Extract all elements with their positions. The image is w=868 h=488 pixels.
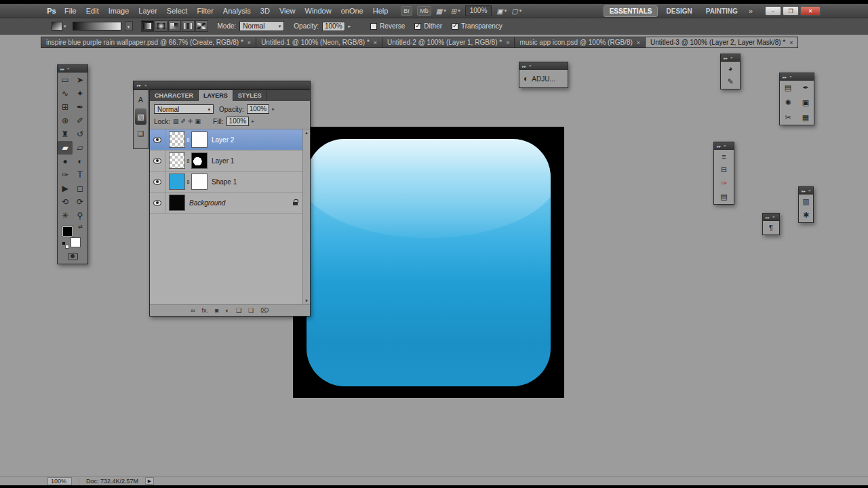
opacity-spinner[interactable]: ▸ xyxy=(349,24,351,29)
option-checkbox[interactable]: Reverse xyxy=(370,22,405,30)
layers-panel-group-header[interactable]: ▸▸ × xyxy=(133,81,311,89)
dock-header[interactable]: ▸▸ × xyxy=(799,187,813,195)
tab-close-icon[interactable]: × xyxy=(506,39,509,46)
menu-item[interactable]: File xyxy=(60,4,81,18)
adjustments-panel-button[interactable]: ◐ ADJU... xyxy=(519,70,568,87)
dock-header[interactable]: ▸▸ × xyxy=(721,54,740,62)
actions-panel-icon[interactable]: ⊟ xyxy=(721,165,727,174)
arrange-documents-button[interactable]: ▣ ▾ xyxy=(496,7,507,15)
workspace-overflow-icon[interactable]: » xyxy=(749,7,753,15)
workspace-button[interactable]: ESSENTIALS xyxy=(604,5,658,17)
mode-select[interactable]: Normal ▾ xyxy=(239,21,284,31)
close-panel-icon[interactable]: × xyxy=(144,83,147,87)
document-tab[interactable]: Untitled-2 @ 100% (Layer 1, RGB/8) * × xyxy=(382,37,515,48)
tab-close-icon[interactable]: × xyxy=(789,39,793,46)
new-layer-icon[interactable]: ❏ xyxy=(248,307,254,314)
background-color-swatch[interactable] xyxy=(71,237,81,247)
dock-header[interactable]: ▸▸ × xyxy=(714,142,734,150)
close-panel-icon[interactable]: × xyxy=(724,144,726,148)
menu-item[interactable]: Filter xyxy=(192,4,218,18)
menu-item[interactable]: onOne xyxy=(336,4,368,18)
document-canvas[interactable] xyxy=(293,127,564,398)
menu-item[interactable]: Help xyxy=(368,4,393,18)
view-extras-button[interactable]: ▦ ▾ xyxy=(436,7,446,15)
workspace-button[interactable]: PAINTING xyxy=(701,6,743,16)
diamond-gradient-button[interactable] xyxy=(195,20,208,32)
notes-panel-icon[interactable]: ▥ xyxy=(802,197,809,206)
link-layers-icon[interactable]: ∞ xyxy=(191,307,195,314)
paragraph-panel-icon[interactable]: ¶ xyxy=(769,224,773,232)
character-panel-icon[interactable]: A xyxy=(135,94,146,105)
status-zoom-input[interactable]: 100% xyxy=(47,477,72,485)
layer-row[interactable]: 8 Background xyxy=(150,192,302,214)
layer-mask-thumbnail[interactable] xyxy=(191,152,208,169)
mini-bridge-button[interactable]: Mb xyxy=(417,6,431,16)
type-tool[interactable]: T xyxy=(73,168,87,182)
dock-header[interactable]: ▸▸ × xyxy=(780,73,814,81)
layer-mask-thumbnail[interactable] xyxy=(191,174,208,190)
hand-tool[interactable]: ✳ xyxy=(58,209,73,222)
new-group-icon[interactable]: ❑ xyxy=(236,307,241,314)
radial-gradient-button[interactable] xyxy=(155,20,167,32)
lock-all-icon[interactable]: ▣ xyxy=(195,118,201,125)
checkbox-icon[interactable] xyxy=(370,23,377,30)
close-panel-icon[interactable]: × xyxy=(808,188,811,192)
layer-opacity-spinner[interactable]: ▸ xyxy=(272,106,275,112)
layer-visibility-toggle[interactable] xyxy=(150,129,165,150)
linear-gradient-button[interactable] xyxy=(141,20,154,32)
pen-tool[interactable]: ✑ xyxy=(58,168,73,182)
close-panel-icon[interactable]: × xyxy=(730,56,733,60)
zoom-level[interactable]: 100% xyxy=(465,5,492,16)
close-panel-icon[interactable]: × xyxy=(772,215,775,219)
lock-pixels-icon[interactable]: ✐ xyxy=(180,118,186,125)
opacity-input[interactable]: 100% xyxy=(322,22,345,31)
collapse-panel-icon[interactable]: ▸▸ xyxy=(60,66,64,71)
layer-visibility-toggle[interactable] xyxy=(150,150,165,171)
layer-visibility-toggle[interactable] xyxy=(150,192,165,213)
quick-selection-tool[interactable]: ✦ xyxy=(73,87,87,100)
blend-mode-select[interactable]: Normal ▾ xyxy=(154,104,214,114)
layer-opacity-input[interactable]: 100% xyxy=(247,104,270,114)
panel-tab[interactable]: LAYERS xyxy=(199,90,233,101)
bridge-button[interactable]: Br xyxy=(401,6,412,16)
layer-visibility-toggle[interactable] xyxy=(150,171,165,192)
adjustments-panel-header[interactable]: ▸▸ × xyxy=(519,62,568,70)
styles-panel-icon[interactable]: ❏ xyxy=(135,128,146,140)
history-brush-tool[interactable]: ↺ xyxy=(73,127,87,141)
layer-comps-panel-icon[interactable]: ▤ xyxy=(720,192,727,201)
workspace-button[interactable]: DESIGN xyxy=(660,6,697,16)
masks-panel-icon[interactable]: ◕ xyxy=(728,64,733,73)
eyedropper-tool[interactable]: ✒ xyxy=(73,100,87,114)
menu-item[interactable]: Edit xyxy=(81,4,104,18)
restore-button[interactable]: ❐ xyxy=(783,6,799,16)
collapse-panel-icon[interactable]: ▸▸ xyxy=(802,188,806,193)
menu-item[interactable]: Layer xyxy=(134,4,162,18)
rectangle-tool[interactable]: ◻ xyxy=(73,182,87,195)
close-panel-icon[interactable]: × xyxy=(789,75,792,79)
option-checkbox[interactable]: Dither xyxy=(414,22,442,30)
dock-header[interactable]: ▸▸ × xyxy=(763,214,779,221)
collapse-panel-icon[interactable]: ▸▸ xyxy=(717,144,721,148)
canvas-area[interactable] xyxy=(0,35,868,476)
lasso-tool[interactable]: ∿ xyxy=(58,87,73,100)
default-colors-icon[interactable] xyxy=(62,241,69,249)
collapse-panel-icon[interactable]: ▸▸ xyxy=(766,215,770,220)
layer-style-icon[interactable]: fx. xyxy=(202,307,209,314)
styles-panel-icon[interactable]: ▣ xyxy=(802,98,809,107)
collapse-panel-icon[interactable]: ▸▸ xyxy=(522,64,526,68)
checkbox-icon[interactable] xyxy=(414,23,421,30)
clone-stamp-tool[interactable]: ♜ xyxy=(58,127,73,141)
tab-close-icon[interactable]: × xyxy=(248,39,251,46)
menu-item[interactable]: Select xyxy=(162,4,193,18)
rulers-button[interactable]: ⊞ ▾ xyxy=(451,7,460,15)
lock-transparency-icon[interactable]: ▨ xyxy=(173,118,179,125)
layer-thumbnail[interactable] xyxy=(169,131,185,148)
close-panel-icon[interactable]: × xyxy=(529,64,532,68)
angle-gradient-button[interactable] xyxy=(168,20,181,32)
layer-fill-spinner[interactable]: ▸ xyxy=(252,119,254,124)
info-panel-icon[interactable]: ✒ xyxy=(802,83,808,92)
option-checkbox[interactable]: Transparency xyxy=(452,22,502,30)
layer-thumbnail[interactable] xyxy=(169,174,185,190)
path-selection-tool[interactable]: ▶ xyxy=(58,182,73,195)
layer-row[interactable]: 8 Layer 1 xyxy=(150,150,302,171)
